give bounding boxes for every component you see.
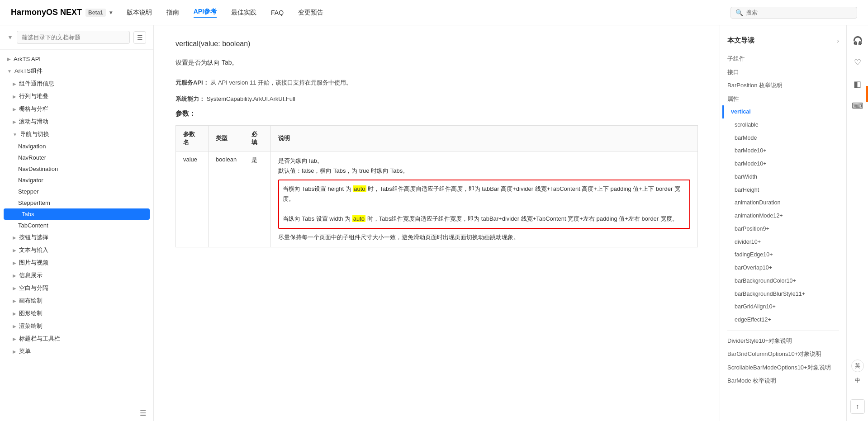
- toc-item-barmode10-1[interactable]: barMode10+: [727, 144, 839, 157]
- sidebar-item-stepper[interactable]: Stepper: [0, 186, 153, 197]
- sidebar-item-label: 行列与堆叠: [19, 92, 48, 100]
- sidebar-item-menu[interactable]: ▶ 菜单: [0, 345, 153, 358]
- highlight-auto2: auto: [352, 215, 365, 222]
- sidebar-item-label: 信息展示: [19, 271, 43, 279]
- sidebar-item-media[interactable]: ▶ 图片与视频: [0, 256, 153, 269]
- col-required: 必填: [244, 125, 271, 151]
- sidebar-item-label: Tabs: [22, 211, 34, 218]
- toc-item-barmodeenum[interactable]: BarMode 枚举说明: [727, 374, 839, 388]
- toc-item-edgeeffect12[interactable]: edgeEffect12+: [727, 313, 839, 326]
- logo-chevron-icon[interactable]: ▾: [109, 9, 112, 16]
- toc-item-bargridcol[interactable]: BarGridColumnOptions10+对象说明: [727, 347, 839, 361]
- search-input[interactable]: [746, 9, 852, 16]
- sidebar-item-arkts-api[interactable]: ▶ ArkTS API: [0, 53, 153, 65]
- lang-zh-button[interactable]: 中: [851, 374, 864, 387]
- toc-item-attr[interactable]: 属性: [727, 92, 839, 106]
- sidebar-item-label: 文本与输入: [19, 246, 48, 254]
- toc-item-barmode[interactable]: barMode: [727, 132, 839, 145]
- toc-item-dividerstyle[interactable]: DividerStyle10+对象说明: [727, 334, 839, 348]
- toc-title: 本文导读: [727, 36, 754, 45]
- nav-best[interactable]: 最佳实践: [231, 9, 256, 17]
- sidebar-item-info[interactable]: ▶ 信息展示: [0, 269, 153, 282]
- toc-item-fading10[interactable]: fadingEdge10+: [727, 248, 839, 261]
- toc-item-scrollablebarmmode[interactable]: ScrollableBarModeOptions10+对象说明: [727, 361, 839, 374]
- main-content: vertical(value: boolean) 设置是否为纵向 Tab。 元服…: [154, 25, 720, 421]
- sidebar-item-navrouter[interactable]: NavRouter: [0, 152, 153, 163]
- chevron-icon: ▶: [13, 119, 16, 124]
- sidebar-item-navigator[interactable]: Navigator: [0, 175, 153, 186]
- nav-faq[interactable]: FAQ: [271, 9, 284, 16]
- toc-item-barbgblur11[interactable]: barBackgroundBlurStyle11+: [727, 288, 839, 301]
- meta-service-row: 元服务API： 从 API version 11 开始，该接口支持在元服务中使用…: [175, 77, 698, 88]
- chevron-icon: ▶: [13, 94, 16, 99]
- sidebar-item-arkts-comp[interactable]: ▼ ArkTS组件: [0, 65, 153, 77]
- toc-item-barheight[interactable]: barHeight: [727, 184, 839, 197]
- nav-links: 版本说明 指南 API参考 最佳实践 FAQ 变更预告: [127, 8, 323, 18]
- toc-item-barpos9[interactable]: barPosition9+: [727, 222, 839, 236]
- sidebar-item-navdest[interactable]: NavDestination: [0, 163, 153, 175]
- sidebar-item-tabcontent[interactable]: TabContent: [0, 220, 153, 231]
- nav-guide[interactable]: 指南: [166, 9, 179, 17]
- nav-version[interactable]: 版本说明: [127, 9, 152, 17]
- lang-en-button[interactable]: 英: [851, 360, 864, 372]
- logo-beta: Beta1: [85, 9, 106, 17]
- sidebar-search-input[interactable]: [17, 31, 130, 44]
- code-button[interactable]: ⌨: [849, 98, 866, 114]
- heart-button[interactable]: ♡: [849, 54, 866, 71]
- desc-h2-cont: 时，Tabs组件宽度自适应子组件宽度，即为 tabBar+divider 线宽+…: [367, 215, 678, 222]
- col-type: 类型: [208, 125, 244, 151]
- col-param: 参数名: [176, 125, 209, 151]
- toc-item-barwidth[interactable]: barWidth: [727, 170, 839, 184]
- sidebar-item-nav-switch[interactable]: ▼ 导航与切换: [0, 128, 153, 141]
- toc-item-barbgcolor10[interactable]: barBackgroundColor10+: [727, 274, 839, 288]
- desc-top: 是否为纵向Tab。默认值：false，横向 Tabs，为 true 时纵向 Ta…: [278, 156, 690, 176]
- nav-api[interactable]: API参考: [194, 8, 217, 18]
- chevron-icon: ▼: [13, 132, 17, 137]
- sidebar-item-label: Navigation: [18, 143, 46, 150]
- sidebar-item-navigation[interactable]: Navigation: [0, 141, 153, 152]
- right-icon-panel: 🎧 ♡ ◧ ⌨ 英 中 ↑: [846, 25, 868, 421]
- toc-item-api[interactable]: 接口: [727, 66, 839, 79]
- sidebar-item-tabs[interactable]: Tabs: [4, 208, 150, 220]
- sidebar-doc-icon[interactable]: ☰: [133, 31, 146, 44]
- sidebar-item-label: NavRouter: [18, 154, 46, 161]
- sidebar-item-text[interactable]: ▶ 文本与输入: [0, 244, 153, 256]
- search-box: 🔍: [730, 7, 857, 19]
- sidebar-item-grid[interactable]: ▶ 栅格与分栏: [0, 103, 153, 115]
- sidebar-item-stepperitem[interactable]: StepperItem: [0, 197, 153, 208]
- headset-button[interactable]: 🎧: [849, 33, 866, 49]
- toc-item-divider10[interactable]: divider10+: [727, 236, 839, 249]
- sidebar-item-common[interactable]: ▶ 组件通用信息: [0, 77, 153, 90]
- layers-button[interactable]: ◧: [849, 76, 866, 92]
- toc-chevron-icon[interactable]: ›: [837, 37, 839, 44]
- scroll-top-button[interactable]: ↑: [850, 399, 865, 414]
- toc-item-vertical[interactable]: vertical: [722, 105, 839, 118]
- sidebar-item-label: 标题栏与工具栏: [19, 335, 60, 343]
- sidebar-item-toolbar[interactable]: ▶ 标题栏与工具栏: [0, 332, 153, 345]
- toc-item-barpos[interactable]: BarPosition 枚举说明: [727, 79, 839, 92]
- right-accent-bar: [866, 86, 868, 102]
- sidebar-item-render[interactable]: ▶ 渲染绘制: [0, 320, 153, 332]
- sidebar-item-buttons[interactable]: ▶ 按钮与选择: [0, 231, 153, 244]
- toc-item-bargridalign10[interactable]: barGridAlign10+: [727, 300, 839, 313]
- sidebar-collapse-button[interactable]: ☰: [140, 409, 146, 417]
- sidebar-item-blank[interactable]: ▶ 空白与分隔: [0, 282, 153, 294]
- toc-item-animmode[interactable]: animationMode12+: [727, 209, 839, 222]
- sidebar-item-canvas[interactable]: ▶ 画布绘制: [0, 294, 153, 307]
- toc-item-barmode10-2[interactable]: barMode10+: [727, 157, 839, 170]
- sidebar-item-rowcol[interactable]: ▶ 行列与堆叠: [0, 90, 153, 103]
- func-signature: vertical(value: boolean): [175, 40, 698, 48]
- toc-item-subcomp[interactable]: 子组件: [727, 52, 839, 66]
- sidebar-item-scroll[interactable]: ▶ 滚动与滑动: [0, 115, 153, 128]
- sidebar-item-shapes[interactable]: ▶ 图形绘制: [0, 307, 153, 320]
- chevron-icon: ▶: [13, 248, 16, 253]
- search-icon: 🔍: [735, 9, 743, 16]
- desc-h1-text: 当横向 Tabs设置 height 为: [283, 185, 351, 192]
- toc-item-scrollable[interactable]: scrollable: [727, 118, 839, 132]
- table-header-row: 参数名 类型 必填 说明: [176, 125, 698, 151]
- toc-item-baroverlap10[interactable]: barOverlap10+: [727, 261, 839, 274]
- col-desc: 说明: [270, 125, 697, 151]
- toc-item-animdur[interactable]: animationDuration: [727, 196, 839, 209]
- chevron-icon: ▶: [13, 81, 16, 86]
- nav-changes[interactable]: 变更预告: [298, 9, 323, 17]
